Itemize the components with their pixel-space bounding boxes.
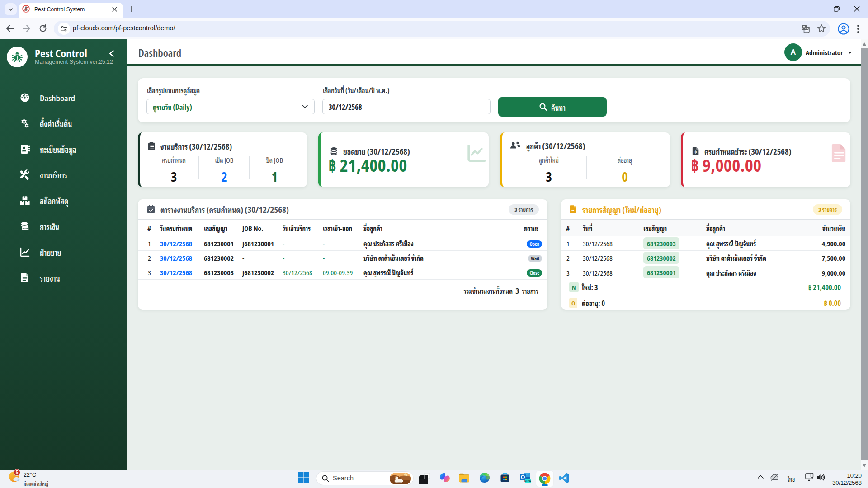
svg-text:NEW: NEW — [524, 479, 531, 483]
